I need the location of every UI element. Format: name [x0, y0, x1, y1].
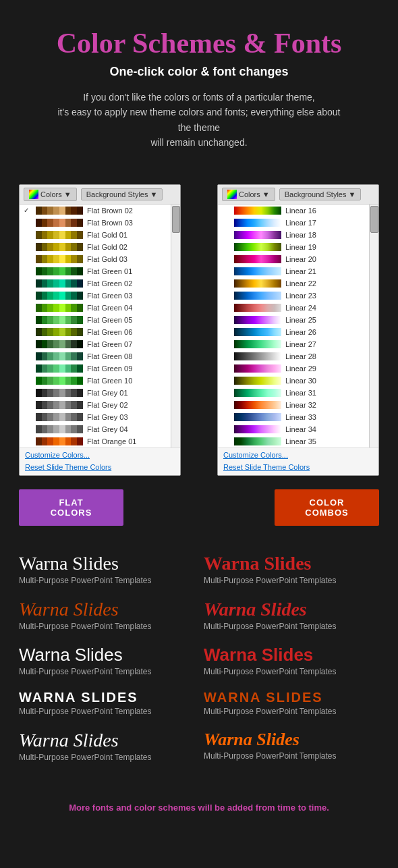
- customize-colors-link-left[interactable]: Customize Colors...: [25, 451, 175, 459]
- list-item[interactable]: Linear 21: [218, 265, 378, 277]
- list-item[interactable]: Flat Green 02: [20, 277, 180, 290]
- screenshots-row: Colors ▼ Background Styles ▼ ✓ Flat Brow…: [0, 164, 398, 483]
- list-item[interactable]: Linear 19: [218, 241, 378, 253]
- font-demo-8: WARNA SLIDES Multi-Purpose PowerPoint Te…: [204, 690, 379, 716]
- font-title-2: Warna Slides: [204, 553, 379, 574]
- list-item[interactable]: Linear 24: [218, 302, 378, 314]
- list-item[interactable]: Flat Green 05: [20, 314, 180, 326]
- reset-theme-link-left[interactable]: Reset Slide Theme Colors: [25, 463, 111, 471]
- list-item[interactable]: Linear 23: [218, 290, 378, 302]
- color-swatch: [234, 364, 281, 373]
- font-demo-row-5: Warna Slides Multi-Purpose PowerPoint Te…: [19, 730, 379, 762]
- list-item[interactable]: Flat Green 08: [20, 350, 180, 362]
- list-item[interactable]: Flat Grey 04: [20, 423, 180, 435]
- font-sub-10: Multi-Purpose PowerPoint Templates: [204, 751, 379, 761]
- color-swatch: [234, 316, 281, 324]
- footer-section: More fonts and color schemes will be add…: [0, 789, 398, 826]
- scrollbar-left[interactable]: [171, 205, 180, 447]
- colors-dropdown-left[interactable]: Colors ▼: [24, 188, 77, 201]
- list-item[interactable]: Linear 16: [218, 205, 378, 217]
- color-combos-panel: Colors ▼ Background Styles ▼ Linear 16: [217, 184, 379, 476]
- bg-styles-dropdown-left[interactable]: Background Styles ▼: [81, 188, 163, 200]
- color-swatch: [36, 401, 83, 409]
- color-swatch: [36, 437, 83, 445]
- font-title-7: WARNA SLIDES: [19, 690, 194, 705]
- list-item[interactable]: Flat Gold 02: [20, 241, 180, 253]
- color-swatch: [36, 413, 83, 421]
- panel-bottom-left: Customize Colors... Reset Slide Theme Co…: [20, 447, 180, 475]
- list-item[interactable]: Flat Green 09: [20, 362, 180, 375]
- color-swatch: [234, 437, 281, 445]
- list-item[interactable]: Flat Green 10: [20, 375, 180, 387]
- font-demo-row-1: Warna Slides Multi-Purpose PowerPoint Te…: [19, 553, 379, 585]
- color-swatch: [234, 304, 281, 312]
- page-description: If you don't like the colors or fonts of…: [54, 90, 344, 151]
- panel-toolbar-right: Colors ▼ Background Styles ▼: [218, 185, 378, 205]
- list-item[interactable]: Linear 27: [218, 338, 378, 350]
- font-title-1: Warna Slides: [19, 553, 194, 574]
- font-sub-5: Multi-Purpose PowerPoint Templates: [19, 667, 194, 676]
- list-item[interactable]: ✓ Flat Brown 02: [20, 205, 180, 217]
- font-demo-1: Warna Slides Multi-Purpose PowerPoint Te…: [19, 553, 194, 585]
- flat-colors-button[interactable]: FLAT COLORS: [19, 489, 123, 526]
- font-demo-2: Warna Slides Multi-Purpose PowerPoint Te…: [204, 553, 379, 585]
- font-demos-section: Warna Slides Multi-Purpose PowerPoint Te…: [0, 546, 398, 789]
- footer-note-text: More fonts and color schemes will be add…: [69, 803, 329, 813]
- font-title-4: Warna Slides: [204, 599, 379, 620]
- list-item[interactable]: Flat Brown 03: [20, 217, 180, 229]
- list-item[interactable]: Flat Grey 03: [20, 411, 180, 423]
- list-item[interactable]: Linear 31: [218, 387, 378, 399]
- list-item[interactable]: Flat Green 01: [20, 265, 180, 277]
- list-item[interactable]: Flat Green 04: [20, 302, 180, 314]
- panel-bottom-right: Customize Colors... Reset Slide Theme Co…: [218, 447, 378, 475]
- font-sub-7: Multi-Purpose PowerPoint Templates: [19, 707, 194, 716]
- list-item[interactable]: Linear 25: [218, 314, 378, 326]
- list-item[interactable]: Linear 35: [218, 435, 378, 447]
- list-item[interactable]: Linear 17: [218, 217, 378, 229]
- font-demo-row-4: WARNA SLIDES Multi-Purpose PowerPoint Te…: [19, 690, 379, 716]
- list-item[interactable]: Linear 32: [218, 399, 378, 411]
- list-item[interactable]: Linear 30: [218, 375, 378, 387]
- list-item[interactable]: Flat Grey 01: [20, 387, 180, 399]
- list-item[interactable]: Flat Gold 01: [20, 229, 180, 241]
- list-item[interactable]: Linear 29: [218, 362, 378, 375]
- font-title-5: Warna Slides: [19, 645, 194, 666]
- list-item[interactable]: Linear 34: [218, 423, 378, 435]
- color-swatch: [36, 352, 83, 360]
- list-item[interactable]: Flat Grey 02: [20, 399, 180, 411]
- color-swatch: [36, 425, 83, 433]
- panel-toolbar-left: Colors ▼ Background Styles ▼: [20, 185, 180, 205]
- colors-dropdown-right[interactable]: Colors ▼: [222, 188, 275, 201]
- scrollbar-right[interactable]: [369, 205, 378, 447]
- colors-icon-right: [227, 190, 237, 199]
- list-item[interactable]: Linear 33: [218, 411, 378, 423]
- scrollbar-thumb-left[interactable]: [172, 206, 180, 233]
- scrollbar-thumb-right[interactable]: [370, 206, 378, 233]
- flat-colors-list-inner: ✓ Flat Brown 02 Flat Brown 03 Flat Gold …: [20, 205, 180, 447]
- list-item[interactable]: Flat Green 07: [20, 338, 180, 350]
- font-demo-5: Warna Slides Multi-Purpose PowerPoint Te…: [19, 645, 194, 676]
- list-item[interactable]: Flat Green 03: [20, 290, 180, 302]
- linear-colors-list: Linear 16 Linear 17 Linear 18: [218, 205, 378, 447]
- color-combos-button[interactable]: COLOR COMBOS: [275, 489, 379, 526]
- list-item[interactable]: Linear 26: [218, 326, 378, 338]
- bg-styles-dropdown-right[interactable]: Background Styles ▼: [279, 188, 362, 200]
- list-item[interactable]: Linear 18: [218, 229, 378, 241]
- color-swatch: [234, 279, 281, 288]
- color-swatch: [234, 377, 281, 385]
- page-title: Color Schemes & Fonts: [13, 27, 385, 59]
- list-item[interactable]: Flat Orange 01: [20, 435, 180, 447]
- color-swatch: [234, 267, 281, 275]
- font-sub-8: Multi-Purpose PowerPoint Templates: [204, 707, 379, 716]
- list-item[interactable]: Linear 28: [218, 350, 378, 362]
- list-item[interactable]: Flat Green 06: [20, 326, 180, 338]
- color-swatch: [234, 413, 281, 421]
- reset-theme-link-right[interactable]: Reset Slide Theme Colors: [223, 463, 310, 471]
- customize-colors-link-right[interactable]: Customize Colors...: [223, 451, 373, 459]
- flat-colors-panel: Colors ▼ Background Styles ▼ ✓ Flat Brow…: [19, 184, 181, 476]
- color-swatch: [36, 316, 83, 324]
- list-item[interactable]: Flat Gold 03: [20, 253, 180, 265]
- list-item[interactable]: Linear 22: [218, 277, 378, 290]
- font-demo-10: Warna Slides Multi-Purpose PowerPoint Te…: [204, 730, 379, 762]
- list-item[interactable]: Linear 20: [218, 253, 378, 265]
